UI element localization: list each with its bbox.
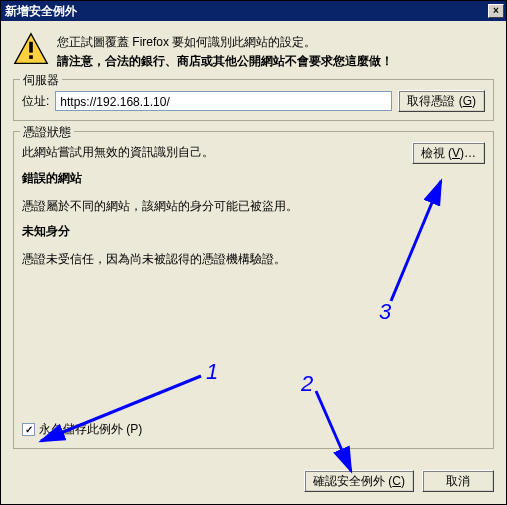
location-input[interactable]: https://192.168.1.10/ bbox=[55, 91, 392, 111]
permanent-checkbox[interactable]: ✓ bbox=[22, 423, 35, 436]
location-label: 位址: bbox=[22, 93, 49, 110]
warning-line1: 您正試圖覆蓋 Firefox 要如何識別此網站的設定。 bbox=[57, 33, 494, 52]
permanent-label: 永久儲存此例外 (P) bbox=[39, 421, 142, 438]
warning-banner: 您正試圖覆蓋 Firefox 要如何識別此網站的設定。 請注意，合法的銀行、商店… bbox=[13, 31, 494, 71]
wrong-site-text: 憑證屬於不同的網站，該網站的身分可能已被盜用。 bbox=[22, 196, 485, 218]
svg-rect-1 bbox=[29, 42, 33, 53]
dialog-footer: 確認安全例外 (C) 取消 bbox=[304, 470, 494, 492]
window-title: 新增安全例外 bbox=[5, 3, 488, 20]
unknown-identity-heading: 未知身分 bbox=[22, 221, 485, 243]
certificate-status-group: 憑證狀態 檢視 (V)… 此網站嘗試用無效的資訊識別自己。 錯誤的網站 憑證屬於… bbox=[13, 131, 494, 449]
titlebar: 新增安全例外 × bbox=[1, 1, 506, 21]
warning-line2: 請注意，合法的銀行、商店或其他公開網站不會要求您這麼做！ bbox=[57, 52, 494, 71]
unknown-identity-text: 憑證未受信任，因為尚未被認得的憑證機構驗證。 bbox=[22, 249, 485, 271]
cancel-button[interactable]: 取消 bbox=[422, 470, 494, 492]
get-certificate-button[interactable]: 取得憑證 (G) bbox=[398, 90, 485, 112]
view-button[interactable]: 檢視 (V)… bbox=[412, 142, 485, 164]
confirm-exception-button[interactable]: 確認安全例外 (C) bbox=[304, 470, 414, 492]
dialog-body: 您正試圖覆蓋 Firefox 要如何識別此網站的設定。 請注意，合法的銀行、商店… bbox=[1, 21, 506, 504]
server-legend: 伺服器 bbox=[20, 72, 62, 89]
status-legend: 憑證狀態 bbox=[20, 124, 74, 141]
warning-text: 您正試圖覆蓋 Firefox 要如何識別此網站的設定。 請注意，合法的銀行、商店… bbox=[57, 31, 494, 71]
permanent-checkbox-row[interactable]: ✓ 永久儲存此例外 (P) bbox=[22, 421, 142, 438]
svg-rect-2 bbox=[29, 55, 33, 59]
checkmark-icon: ✓ bbox=[25, 425, 33, 435]
server-group: 伺服器 位址: https://192.168.1.10/ 取得憑證 (G) bbox=[13, 79, 494, 121]
wrong-site-heading: 錯誤的網站 bbox=[22, 168, 485, 190]
warning-icon bbox=[13, 31, 49, 71]
close-icon[interactable]: × bbox=[488, 4, 504, 18]
